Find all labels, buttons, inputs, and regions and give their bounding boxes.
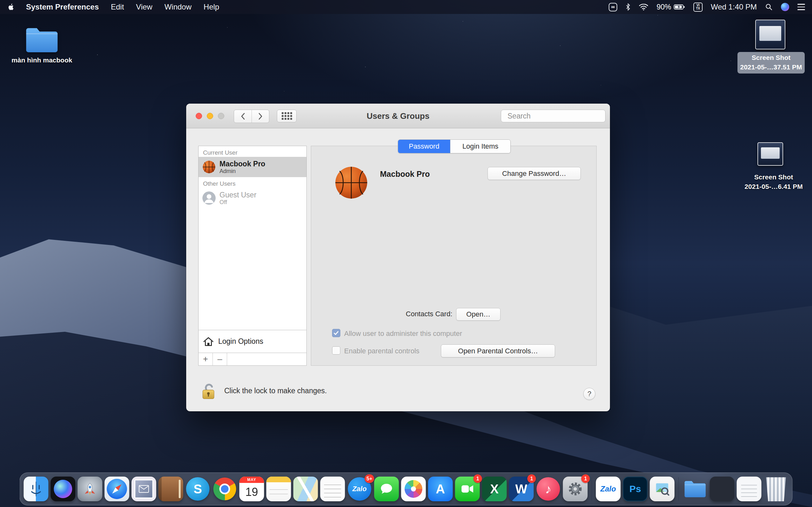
dock-finder[interactable] (24, 476, 49, 501)
siri-menu-icon[interactable] (781, 3, 789, 11)
search-field[interactable] (501, 110, 606, 122)
creative-cloud-icon[interactable]: ∞ (609, 3, 617, 11)
dock-preview[interactable] (650, 476, 675, 501)
desktop-folder-label: màn hình macbook (1, 56, 83, 64)
dock-trash[interactable] (764, 476, 789, 501)
dock-contacts[interactable] (159, 476, 183, 501)
chrome-icon (213, 477, 236, 500)
apple-menu-icon[interactable] (7, 3, 14, 11)
menu-window[interactable]: Window (164, 3, 191, 11)
dock-siri[interactable] (51, 476, 75, 501)
login-options-row[interactable]: Login Options (199, 330, 306, 353)
dock-documents-folder[interactable] (737, 476, 762, 501)
add-remove-bar: + – (199, 353, 306, 365)
dock: S MAY 19 Zalo 5+ A 1 X W 1 ♪ 1 (20, 472, 793, 505)
change-password-button[interactable]: Change Password… (488, 167, 581, 180)
dock-music[interactable]: ♪ (536, 476, 561, 501)
add-user-button[interactable]: + (199, 353, 213, 365)
dock-skype[interactable]: S (186, 476, 210, 501)
rocket-icon (83, 482, 97, 496)
search-input[interactable] (507, 112, 601, 120)
document-icon (320, 476, 345, 501)
notification-center-icon[interactable] (798, 4, 805, 10)
siri-orb-icon (54, 480, 72, 498)
admin-checkbox[interactable] (332, 329, 340, 337)
desktop-screen: { "colors": { "accent_blue": "#387cf7", … (0, 0, 812, 507)
book-icon (159, 476, 183, 501)
show-all-button[interactable] (277, 110, 297, 122)
contacts-card-open-button[interactable]: Open… (456, 308, 501, 321)
menu-edit[interactable]: Edit (111, 3, 124, 11)
dock-word[interactable]: W 1 (509, 476, 534, 501)
current-user-header: Current User (199, 146, 306, 157)
calendar-month: MAY (240, 476, 264, 483)
menu-help[interactable]: Help (204, 3, 219, 11)
dock-calendar[interactable]: MAY 19 (240, 476, 264, 501)
dock-facetime[interactable]: 1 (455, 476, 480, 501)
screenshot-file-2-label: Screen Shot 2021-05-…6.41 PM (732, 172, 812, 191)
input-source-icon[interactable]: VI TX (693, 3, 703, 12)
zoom-button[interactable] (218, 113, 224, 119)
map-icon (293, 476, 318, 501)
tab-bar: Password Login Items (398, 139, 511, 153)
app-grid-icon (710, 476, 734, 501)
guest-user-status: Off (219, 199, 256, 206)
tab-password[interactable]: Password (398, 140, 450, 153)
current-user-row[interactable]: Macbook Pro Admin (199, 157, 306, 177)
title-bar[interactable]: Users & Groups (186, 104, 610, 128)
guest-user-row[interactable]: Guest User Off (199, 188, 306, 208)
dock-maps[interactable] (293, 476, 318, 501)
screenshot-file-1[interactable] (755, 20, 785, 49)
close-button[interactable] (196, 113, 202, 119)
dock-mail[interactable] (132, 476, 156, 501)
dock-divider (592, 477, 592, 501)
dock-messages[interactable] (374, 476, 399, 501)
tab-login-items[interactable]: Login Items (450, 140, 510, 153)
remove-user-button[interactable]: – (213, 353, 227, 365)
dock-notes[interactable] (266, 476, 291, 501)
screenshot-file-2[interactable] (757, 142, 783, 166)
help-button[interactable]: ? (583, 388, 595, 400)
password-pane: Macbook Pro Change Password… Contacts Ca… (311, 146, 597, 366)
parental-controls-label: Enable parental controls (344, 347, 419, 355)
menu-clock[interactable]: Wed 1:40 PM (711, 3, 757, 11)
dock-safari[interactable] (105, 476, 130, 501)
bluetooth-icon[interactable] (625, 3, 630, 11)
wifi-icon[interactable] (639, 3, 648, 11)
photos-pinwheel-icon (405, 480, 422, 498)
minimize-button[interactable] (207, 113, 213, 119)
battery-status[interactable]: 90% (657, 3, 685, 11)
video-camera-icon (460, 483, 475, 495)
dock-photoshop[interactable]: Ps (623, 476, 648, 501)
dock-photos[interactable] (401, 476, 426, 501)
menu-view[interactable]: View (136, 3, 153, 11)
user-avatar-basketball-large-icon[interactable] (334, 166, 368, 200)
dock-excel[interactable]: X (482, 476, 507, 501)
dock-textedit[interactable] (320, 476, 345, 501)
back-button[interactable] (234, 110, 252, 123)
gear-icon (567, 481, 584, 498)
dock-chrome[interactable] (212, 476, 237, 501)
dock-downloads[interactable] (683, 476, 708, 501)
desktop-folder-icon[interactable] (24, 25, 60, 55)
dock-app-store[interactable]: A (428, 476, 453, 501)
open-parental-controls-button[interactable]: Open Parental Controls… (441, 344, 555, 357)
dock-zalo[interactable]: Zalo 5+ (347, 476, 372, 501)
dock-divider (678, 477, 679, 501)
admin-checkbox-label: Allow user to administer this computer (344, 330, 462, 338)
forward-button[interactable] (252, 110, 269, 123)
battery-percent: 90% (657, 3, 671, 11)
notes-icon (266, 476, 291, 501)
lock-icon[interactable] (201, 382, 216, 400)
trash-icon (764, 476, 789, 501)
users-groups-window: Users & Groups Current User Macbook Pro … (186, 104, 610, 411)
menu-app-name[interactable]: System Preferences (26, 3, 99, 11)
dock-launchpad[interactable] (78, 476, 102, 501)
dock-system-preferences[interactable]: 1 (563, 476, 588, 501)
notification-badge: 5+ (364, 474, 374, 483)
chevron-right-icon (258, 112, 263, 120)
parental-controls-checkbox[interactable] (332, 346, 340, 354)
spotlight-icon[interactable] (765, 3, 773, 11)
dock-zalo-app[interactable]: Zalo (596, 476, 621, 501)
dock-apps-folder[interactable] (710, 476, 734, 501)
